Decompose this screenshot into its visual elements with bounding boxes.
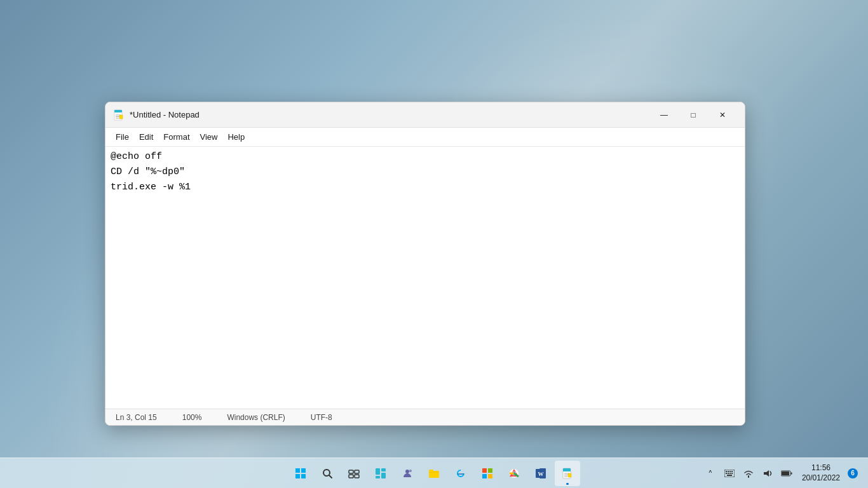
svg-rect-47	[729, 473, 731, 474]
svg-text:W: W	[538, 471, 544, 477]
svg-rect-23	[429, 470, 433, 472]
maximize-button[interactable]: □	[679, 105, 708, 125]
menu-file[interactable]: File	[111, 130, 134, 144]
window-title: *Untitled - Notepad	[130, 110, 649, 119]
svg-rect-18	[376, 476, 380, 478]
taskbar-center: W	[288, 461, 580, 486]
search-button[interactable]	[315, 461, 340, 486]
svg-rect-46	[728, 473, 729, 474]
file-explorer-button[interactable]	[421, 461, 447, 486]
menu-format[interactable]: Format	[158, 130, 194, 144]
clock-time: 11:56	[811, 463, 831, 473]
title-bar: *Untitled - Notepad — □ ✕	[105, 102, 745, 128]
tray-chevron[interactable]: ^	[703, 466, 718, 481]
svg-rect-41	[726, 471, 727, 472]
window-controls: — □ ✕	[649, 105, 737, 125]
start-button[interactable]	[288, 461, 313, 486]
system-tray: ^	[698, 462, 863, 484]
volume-icon[interactable]	[760, 466, 775, 481]
widgets-button[interactable]	[368, 461, 393, 486]
svg-rect-25	[488, 468, 492, 473]
svg-point-21	[409, 470, 412, 472]
zoom-value: 100%	[182, 413, 202, 422]
svg-rect-49	[727, 475, 732, 476]
notepad-taskbar-button[interactable]	[555, 461, 580, 486]
close-button[interactable]: ✕	[708, 105, 737, 125]
svg-rect-45	[726, 473, 727, 474]
svg-rect-17	[381, 468, 386, 471]
word-button[interactable]: W	[528, 461, 553, 486]
taskbar-right: ^	[698, 462, 863, 484]
keyboard-icon[interactable]	[722, 466, 737, 481]
menu-bar: File Edit Format View Help	[105, 128, 745, 147]
system-clock[interactable]: 11:56 20/01/2022	[798, 462, 844, 484]
svg-rect-9	[301, 474, 306, 478]
notepad-window: *Untitled - Notepad — □ ✕ File Edit Form…	[105, 102, 745, 426]
svg-rect-14	[349, 475, 353, 478]
svg-rect-44	[731, 471, 733, 472]
svg-line-11	[329, 475, 332, 478]
position-label: Ln 3, Col 15	[116, 413, 157, 422]
status-bar: Ln 3, Col 15 100% Windows (CRLF) UTF-8	[105, 409, 745, 425]
taskbar: W ^	[0, 458, 868, 488]
svg-rect-27	[488, 474, 492, 478]
svg-rect-24	[482, 468, 487, 473]
svg-rect-26	[482, 474, 487, 478]
ms-store-button[interactable]	[475, 461, 500, 486]
svg-rect-39	[568, 473, 571, 477]
notepad-title-icon	[113, 109, 125, 121]
svg-rect-13	[355, 470, 359, 473]
clock-date: 20/01/2022	[802, 473, 840, 484]
encoding: UTF-8	[311, 413, 332, 422]
menu-help[interactable]: Help	[222, 130, 250, 144]
notification-badge[interactable]: 6	[848, 468, 858, 478]
svg-rect-48	[731, 473, 733, 474]
svg-rect-16	[376, 468, 380, 475]
line-ending-value: Windows (CRLF)	[227, 413, 285, 422]
svg-marker-50	[764, 470, 769, 477]
minimize-button[interactable]: —	[649, 105, 679, 125]
battery-icon[interactable]	[779, 466, 794, 481]
edge-button[interactable]	[448, 461, 473, 486]
svg-rect-8	[295, 474, 300, 478]
svg-rect-6	[295, 468, 300, 473]
zoom-level: 100%	[182, 413, 202, 422]
svg-rect-12	[349, 470, 353, 473]
svg-rect-7	[301, 468, 306, 473]
editor-area[interactable]: @echo off CD /d "%~dp0" trid.exe -w %1	[105, 147, 745, 198]
editor-scroll-container[interactable]: @echo off CD /d "%~dp0" trid.exe -w %1	[105, 147, 745, 409]
svg-point-20	[405, 470, 409, 473]
svg-rect-43	[729, 471, 731, 472]
svg-rect-1	[114, 110, 122, 112]
wifi-icon[interactable]	[741, 466, 756, 481]
encoding-value: UTF-8	[311, 413, 332, 422]
menu-view[interactable]: View	[195, 130, 223, 144]
svg-rect-52	[782, 471, 789, 475]
svg-rect-42	[728, 471, 729, 472]
teams-button[interactable]	[395, 461, 420, 486]
svg-rect-19	[381, 473, 386, 478]
menu-edit[interactable]: Edit	[134, 130, 158, 144]
line-ending: Windows (CRLF)	[227, 413, 285, 422]
task-view-button[interactable]	[341, 461, 367, 486]
editor-content: @echo off CD /d "%~dp0" trid.exe -w %1	[111, 149, 740, 195]
cursor-position: Ln 3, Col 15	[116, 413, 157, 422]
svg-rect-15	[355, 475, 359, 478]
svg-rect-35	[563, 468, 571, 471]
svg-rect-5	[119, 115, 123, 119]
desktop: *Untitled - Notepad — □ ✕ File Edit Form…	[0, 0, 868, 488]
chrome-button[interactable]	[501, 461, 527, 486]
svg-rect-53	[790, 472, 792, 474]
